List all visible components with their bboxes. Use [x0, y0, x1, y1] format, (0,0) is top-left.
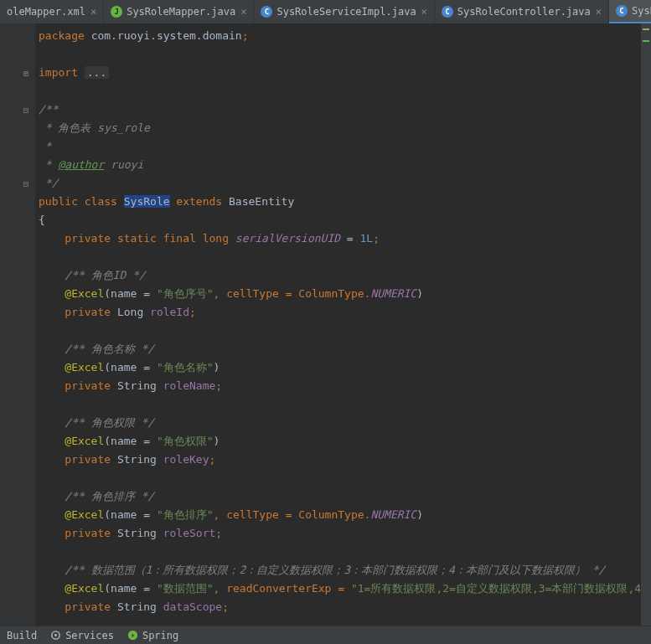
tab-label: oleMapper.xml [7, 6, 85, 18]
code-editor[interactable]: package com.ruoyi.system.domain; import … [35, 23, 651, 626]
java-interface-icon: J [111, 6, 122, 18]
tab-sysrolecontroller[interactable]: C SysRoleController.java × [435, 0, 609, 23]
java-class-icon: C [616, 5, 628, 17]
close-icon[interactable]: × [90, 6, 96, 18]
build-tool-button[interactable]: Build [7, 630, 37, 641]
editor-area: ⊞ ⊟ ⊟ package com.ruoyi.system.domain; [0, 23, 651, 626]
services-icon [50, 630, 61, 641]
status-bar: Build Services Spring [0, 626, 651, 644]
tab-sysrolemapper[interactable]: J SysRoleMapper.java × [104, 0, 254, 23]
services-tool-button[interactable]: Services [50, 630, 114, 641]
tab-label: SysRoleMapper.java [127, 6, 235, 18]
tab-sysroleserviceimpl[interactable]: C SysRoleServiceImpl.java × [254, 0, 434, 23]
status-label: Services [65, 630, 114, 641]
spring-icon [127, 630, 138, 641]
tab-label: SysRoleController.java [457, 6, 591, 18]
status-label: Spring [142, 630, 178, 641]
editor-tab-bar: oleMapper.xml × J SysRoleMapper.java × C… [0, 0, 651, 23]
svg-point-1 [54, 634, 57, 636]
tab-sysrole[interactable]: C SysRole.java × [609, 0, 651, 23]
close-icon[interactable]: × [596, 6, 602, 18]
tab-label: SysRoleServiceImpl.java [276, 6, 416, 18]
spring-tool-button[interactable]: Spring [127, 630, 178, 641]
tab-mapper-xml[interactable]: oleMapper.xml × [0, 0, 104, 23]
tab-label: SysRole.java [632, 5, 651, 17]
editor-scrollbar[interactable] [641, 23, 651, 626]
close-icon[interactable]: × [421, 6, 427, 18]
status-label: Build [7, 630, 37, 641]
close-icon[interactable]: × [240, 6, 246, 18]
gutter: ⊞ ⊟ ⊟ [0, 23, 35, 626]
java-class-icon: C [261, 6, 272, 18]
java-class-icon: C [442, 6, 453, 18]
